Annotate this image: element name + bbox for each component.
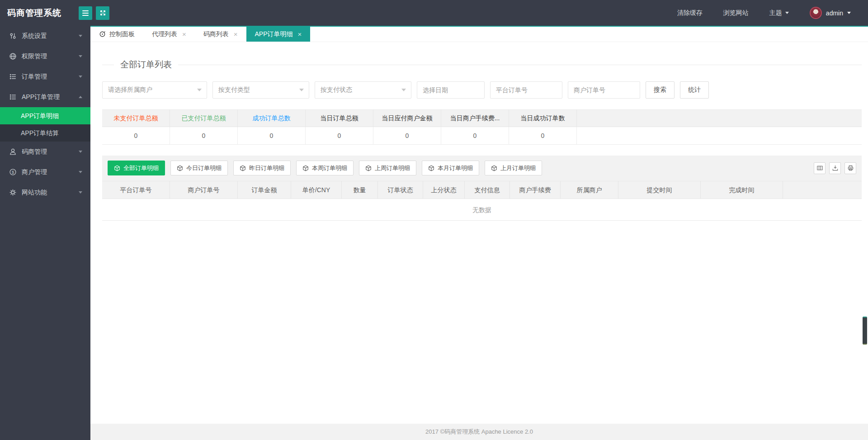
username: admin [826,9,843,17]
summary-col-value: 0 [170,127,238,144]
columns-toggle-button[interactable] [814,162,826,174]
sidebar-subitem-label: APP订单明细 [21,112,59,119]
sidebar-item-order-management[interactable]: 订单管理 [0,66,90,87]
tab-app-order-detail[interactable]: APP订单明细 × [246,27,311,42]
column-header: 平台订单号 [102,181,170,199]
tab-dashboard[interactable]: 控制面板 [90,27,143,42]
pay-status-filter-select[interactable]: 按支付状态 [315,81,411,99]
filter-this-month-button[interactable]: 本月订单明细 [422,161,479,175]
sidebar-item-app-order-detail[interactable]: APP订单明细 [0,107,90,124]
print-button[interactable] [844,162,856,174]
fullscreen-icon [99,9,106,16]
sidebar-toggle-button[interactable] [79,6,92,20]
filter-today-button[interactable]: 今日订单明细 [170,161,228,175]
tab-label: APP订单明细 [255,30,293,38]
filter-yesterday-button[interactable]: 昨日订单明细 [233,161,291,175]
column-header: 商户订单号 [170,181,238,199]
order-table-panel: 全部订单明细 今日订单明细 昨日订单明细 本周订单明细 上周订单明细 [102,156,862,221]
tab-label: 控制面板 [109,30,135,38]
chevron-down-icon [197,89,202,91]
browse-site-label: 浏览网站 [723,9,749,17]
scrollbar-thumb[interactable] [863,317,867,345]
sidebar-item-system-settings[interactable]: 系统设置 [0,26,90,46]
cube-icon [428,165,434,171]
user-icon [9,148,17,156]
summary-header-row: 未支付订单总额 已支付订单总额 成功订单总数 当日订单总额 当日应付商户金额 当… [102,109,862,127]
export-button[interactable] [829,162,841,174]
clear-cache-link[interactable]: 清除缓存 [677,9,703,17]
table-tools [814,162,856,174]
select-placeholder: 请选择所属商户 [108,86,197,94]
tab-code-merchant-list[interactable]: 码商列表 × [195,27,246,42]
column-header: 订单状态 [378,181,423,199]
chevron-down-icon [847,12,851,14]
sidebar-item-permissions[interactable]: 权限管理 [0,46,90,66]
select-placeholder: 按支付类型 [218,86,299,94]
toolbar-button-label: 全部订单明细 [123,164,159,172]
sidebar-item-label: 订单管理 [22,73,79,81]
summary-table: 未支付订单总额 已支付订单总额 成功订单总数 当日订单总额 当日应付商户金额 当… [102,109,862,145]
chevron-down-icon [79,191,82,194]
close-icon[interactable]: × [234,31,238,38]
sidebar-subitem-label: APP订单结算 [21,129,59,137]
search-button[interactable]: 搜索 [646,81,675,99]
stats-button[interactable]: 统计 [680,81,709,99]
date-input[interactable] [417,81,485,99]
pay-type-filter-select[interactable]: 按支付类型 [212,81,309,99]
column-header: 订单金额 [238,181,291,199]
tab-agent-list[interactable]: 代理列表 × [143,27,195,42]
main-content: 全部订单列表 请选择所属商户 按支付类型 按支付状态 搜索 统计 [90,43,868,424]
cube-icon [177,165,183,171]
fullscreen-button[interactable] [96,6,109,20]
summary-col-value: 0 [238,127,306,144]
sidebar-item-site-functions[interactable]: 网站功能 [0,182,90,203]
column-header: 上分状态 [423,181,465,199]
list-icon [9,93,17,101]
column-header: 单价/CNY [291,181,342,199]
sidebar-item-merchant-management[interactable]: $ 商户管理 [0,162,90,182]
sidebar-item-app-order-management[interactable]: APP订单管理 [0,87,90,107]
sidebar-item-label: APP订单管理 [22,93,79,101]
cube-icon [365,165,372,171]
sidebar-item-label: 系统设置 [22,32,79,40]
toolbar-button-label: 上周订单明细 [375,164,410,172]
chevron-down-icon [79,171,82,173]
merchant-filter-select[interactable]: 请选择所属商户 [102,81,207,99]
filter-all-orders-button[interactable]: 全部订单明细 [108,161,165,175]
print-icon [847,165,854,171]
summary-col-label: 未支付订单总额 [102,110,170,127]
column-header: 完成时间 [701,181,783,199]
close-icon[interactable]: × [298,31,302,38]
merchant-order-input[interactable] [568,81,640,99]
cube-icon [114,165,120,171]
footer: 2017 ©码商管理系统 Apache Licence 2.0 [90,424,868,440]
summary-value-row: 0 0 0 0 0 0 0 [102,127,862,145]
toolbar-button-label: 本周订单明细 [312,164,347,172]
browse-site-link[interactable]: 浏览网站 [723,9,749,17]
chevron-down-icon [785,12,789,14]
platform-order-input[interactable] [490,81,562,99]
summary-col-label: 当日订单总额 [306,110,373,127]
filter-last-month-button[interactable]: 上月订单明细 [485,161,542,175]
filter-last-week-button[interactable]: 上周订单明细 [359,161,416,175]
summary-col-value: 0 [441,127,509,144]
chevron-down-icon [401,89,406,91]
user-menu[interactable]: admin [810,7,851,19]
filter-this-week-button[interactable]: 本周订单明细 [296,161,354,175]
table-header-row: 平台订单号 商户订单号 订单金额 单价/CNY 数量 订单状态 上分状态 支付信… [102,181,862,199]
summary-col-label: 当日商户手续费... [441,110,509,127]
summary-col-label: 成功订单总数 [238,110,306,127]
theme-label: 主题 [769,9,782,17]
tab-label: 码商列表 [203,30,229,38]
svg-text:$: $ [12,170,14,175]
chevron-down-icon [79,35,82,37]
sidebar-item-code-merchant-management[interactable]: 码商管理 [0,142,90,162]
close-icon[interactable]: × [182,31,186,38]
settings-icon [9,32,17,40]
select-placeholder: 按支付状态 [321,86,401,94]
column-header: 提交时间 [618,181,701,199]
summary-col-value: 0 [373,127,441,144]
globe-icon [9,52,17,60]
theme-menu[interactable]: 主题 [769,9,789,17]
sidebar-item-app-order-settlement[interactable]: APP订单结算 [0,124,90,142]
